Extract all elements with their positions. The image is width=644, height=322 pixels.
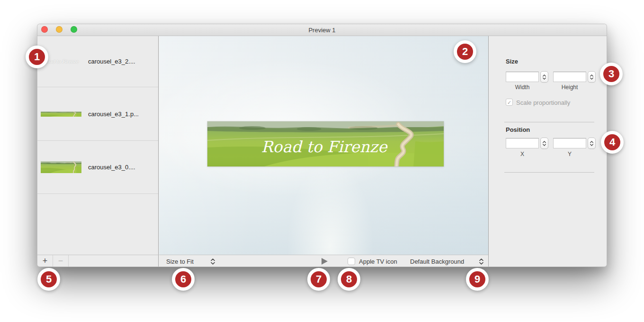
ghost-text: Road to Firenze bbox=[44, 59, 79, 64]
height-stepper[interactable] bbox=[588, 71, 596, 83]
parallax-image[interactable]: Road to Firenze bbox=[207, 121, 444, 166]
window-title: Preview 1 bbox=[37, 27, 607, 34]
callout-number: 2 bbox=[462, 46, 468, 58]
titlebar[interactable]: Preview 1 bbox=[37, 24, 607, 36]
add-layer-button[interactable]: + bbox=[37, 255, 53, 267]
width-input[interactable] bbox=[506, 72, 539, 82]
callout-number: 7 bbox=[316, 273, 322, 285]
y-stepper[interactable] bbox=[588, 138, 596, 149]
play-button[interactable] bbox=[322, 258, 328, 265]
banner-title-text: Road to Firenze bbox=[261, 138, 388, 156]
callout-number: 8 bbox=[346, 273, 352, 285]
layer-filename: carousel_e3_0.... bbox=[88, 164, 135, 171]
width-label: Width bbox=[506, 84, 539, 91]
layer-thumbnail-strip bbox=[41, 111, 81, 117]
callout-badge-5: 5 bbox=[37, 268, 60, 291]
callout-badge-4: 4 bbox=[601, 131, 624, 154]
scale-proportionally-label: Scale proportionally bbox=[516, 99, 570, 106]
layer-filename: carousel_e3_2.... bbox=[88, 58, 135, 65]
apple-tv-label: Apple TV icon bbox=[359, 258, 397, 265]
canvas-column: Road to Firenze Size to Fit Apple TV ico… bbox=[159, 36, 488, 267]
preview-window: Preview 1 Road to Firenze carousel_e3_2.… bbox=[37, 24, 607, 267]
y-input[interactable] bbox=[553, 138, 586, 148]
background-popup[interactable]: Default Background bbox=[410, 258, 464, 265]
inspector-panel: Size Width Height ✓ Scale proportionally… bbox=[488, 36, 607, 267]
callout-number: 5 bbox=[46, 273, 52, 285]
callout-number: 9 bbox=[474, 273, 480, 285]
scale-proportionally-checkbox[interactable]: ✓ bbox=[506, 99, 513, 106]
sidebar-toolbar: + − bbox=[37, 255, 158, 267]
divider bbox=[504, 122, 594, 122]
layers-sidebar: Road to Firenze carousel_e3_2.... carous… bbox=[37, 36, 159, 267]
x-stepper[interactable] bbox=[540, 138, 548, 149]
layer-row-text[interactable]: Road to Firenze carousel_e3_2.... bbox=[37, 36, 158, 87]
desktop-background: Preview 1 Road to Firenze carousel_e3_2.… bbox=[0, 0, 644, 322]
x-label: X bbox=[506, 151, 539, 157]
layer-row-background[interactable]: carousel_e3_0.... bbox=[37, 141, 158, 194]
callout-number: 3 bbox=[608, 68, 614, 80]
callout-number: 4 bbox=[609, 136, 615, 148]
width-stepper[interactable] bbox=[540, 71, 548, 83]
canvas-toolbar: Size to Fit Apple TV icon Default Backgr… bbox=[159, 255, 488, 267]
preview-canvas: Road to Firenze bbox=[159, 36, 488, 255]
callout-badge-3: 3 bbox=[600, 63, 623, 85]
callout-badge-6: 6 bbox=[172, 268, 195, 291]
layer-row-middle[interactable]: carousel_e3_1.p... bbox=[37, 87, 158, 141]
callout-badge-8: 8 bbox=[338, 268, 360, 291]
callout-badge-2: 2 bbox=[454, 40, 476, 63]
window-content: Road to Firenze carousel_e3_2.... carous… bbox=[37, 36, 607, 267]
apple-tv-checkbox[interactable] bbox=[348, 258, 355, 265]
layer-filename: carousel_e3_1.p... bbox=[88, 110, 139, 118]
size-to-fit-popup[interactable]: Size to Fit bbox=[166, 258, 194, 265]
height-input[interactable] bbox=[553, 72, 586, 82]
position-heading: Position bbox=[506, 126, 530, 133]
callout-badge-7: 7 bbox=[307, 268, 330, 291]
layer-thumbnail-image bbox=[41, 161, 81, 173]
chevron-up-down-icon[interactable] bbox=[210, 258, 215, 265]
remove-layer-button[interactable]: − bbox=[53, 255, 68, 267]
callout-badge-9: 9 bbox=[466, 268, 489, 291]
height-label: Height bbox=[553, 84, 586, 91]
x-input[interactable] bbox=[506, 138, 539, 148]
size-heading: Size bbox=[506, 58, 518, 65]
callout-number: 1 bbox=[34, 51, 40, 63]
y-label: Y bbox=[553, 151, 586, 157]
chevron-up-down-icon[interactable] bbox=[479, 258, 484, 265]
callout-number: 6 bbox=[180, 273, 186, 285]
callout-badge-1: 1 bbox=[26, 46, 48, 68]
divider bbox=[504, 172, 594, 173]
